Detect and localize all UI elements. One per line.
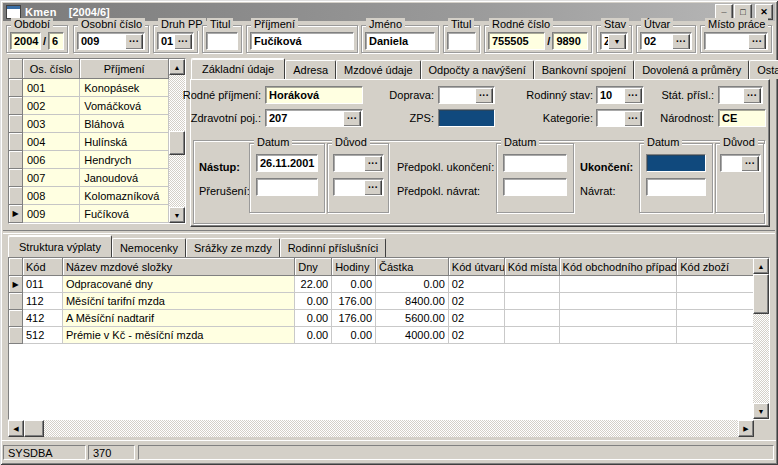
wage-castka[interactable]: 4000.00 xyxy=(376,327,449,344)
wage-kod-zbozi[interactable] xyxy=(677,327,753,344)
stat-prisl-field[interactable]: ··· xyxy=(718,86,763,104)
employee-id[interactable]: 003 xyxy=(23,115,80,133)
zps-field[interactable] xyxy=(438,109,495,127)
titul-2-field[interactable] xyxy=(447,32,476,50)
employee-surname[interactable]: Konopásek xyxy=(80,79,169,97)
preruseni-duvod-field[interactable]: ··· xyxy=(333,178,384,196)
nastup-duvod-field[interactable]: ··· xyxy=(333,154,384,172)
employee-row[interactable]: 001 Konopásek xyxy=(9,79,169,97)
wage-row[interactable]: 112 Měsíční tarifní mzda 0.00 176.00 840… xyxy=(9,293,753,310)
stav-dropdown[interactable]: Z ▼ xyxy=(600,32,628,50)
osobni-cislo-lookup-button[interactable]: ··· xyxy=(125,34,143,50)
doprava-lookup-button[interactable]: ··· xyxy=(475,88,493,104)
ukonceni-duvod-field[interactable]: ··· xyxy=(720,154,761,172)
employee-id[interactable]: 008 xyxy=(23,187,80,205)
wage-kod-utvaru[interactable]: 02 xyxy=(449,310,505,327)
tab-mzdove-udaje[interactable]: Mzdové údaje xyxy=(336,60,421,79)
ukonceni-datum-field[interactable] xyxy=(646,154,706,172)
employee-row[interactable]: 008 Kolomazníková xyxy=(9,187,169,205)
chevron-down-icon[interactable]: ▼ xyxy=(608,34,626,50)
scroll-left-icon[interactable]: ◀ xyxy=(8,420,24,437)
wage-kod-obchodniho-pripadu[interactable] xyxy=(560,327,678,344)
employee-surname[interactable]: Fučíková xyxy=(80,205,169,223)
rodne-cislo-part1-field[interactable]: 755505 xyxy=(488,32,545,50)
misto-prace-field[interactable]: ··· xyxy=(704,32,768,50)
wage-kod[interactable]: 412 xyxy=(23,310,63,327)
preruseni-datum-field[interactable] xyxy=(256,178,318,196)
employee-id[interactable]: 007 xyxy=(23,169,80,187)
wage-row-current[interactable]: ▶ 011 Odpracované dny 22.00 0.00 0.00 02 xyxy=(9,276,753,293)
nastup-datum-field[interactable]: 26.11.2001 xyxy=(256,154,318,172)
wage-castka[interactable]: 5600.00 xyxy=(376,310,449,327)
employee-id[interactable]: 009 xyxy=(23,205,80,223)
wage-kod-utvaru[interactable]: 02 xyxy=(449,327,505,344)
employee-id[interactable]: 002 xyxy=(23,97,80,115)
tab-dovolena-a-prumery[interactable]: Dovolená a průměry xyxy=(634,60,749,79)
tab-rodinni-prislusnici[interactable]: Rodinní příslušníci xyxy=(280,238,387,257)
jmeno-field[interactable]: Daniela xyxy=(365,32,435,50)
tab-srazky-ze-mzdy[interactable]: Srážky ze mzdy xyxy=(186,238,280,257)
preruseni-duvod-lookup-button[interactable]: ··· xyxy=(364,180,382,196)
obdobi-year-field[interactable]: 2004 xyxy=(10,32,41,50)
wage-kod-mista[interactable] xyxy=(505,310,560,327)
scroll-up-icon[interactable]: ▲ xyxy=(753,258,769,274)
misto-prace-lookup-button[interactable]: ··· xyxy=(748,34,766,50)
employee-row[interactable]: 002 Vomáčková xyxy=(9,97,169,115)
navrat-datum-field[interactable] xyxy=(646,178,706,196)
doprava-field[interactable]: ··· xyxy=(438,86,495,104)
employee-row-current[interactable]: ▶ 009 Fučíková xyxy=(9,205,169,223)
wage-kod-obchodniho-pripadu[interactable] xyxy=(560,310,678,327)
predpokl-ukonceni-field[interactable] xyxy=(503,154,567,172)
wage-castka[interactable]: 8400.00 xyxy=(376,293,449,310)
scroll-down-icon[interactable]: ▼ xyxy=(169,207,185,223)
employee-id[interactable]: 004 xyxy=(23,133,80,151)
wage-kod[interactable]: 512 xyxy=(23,327,63,344)
wage-kod[interactable]: 112 xyxy=(23,293,63,310)
wage-kod-utvaru[interactable]: 02 xyxy=(449,293,505,310)
scroll-down-icon[interactable]: ▼ xyxy=(753,403,769,419)
employee-surname[interactable]: Kolomazníková xyxy=(80,187,169,205)
wage-kod-mista[interactable] xyxy=(505,293,560,310)
wage-kod-obchodniho-pripadu[interactable] xyxy=(560,293,678,310)
utvar-lookup-button[interactable]: ··· xyxy=(672,34,690,50)
wage-kod-zbozi[interactable] xyxy=(677,276,753,293)
scrollbar-thumb[interactable] xyxy=(753,274,769,314)
wage-grid-vertical-scrollbar[interactable]: ▲ ▼ xyxy=(753,258,769,419)
rodne-cislo-part2-field[interactable]: 9890 xyxy=(552,32,588,50)
employee-row[interactable]: 006 Hendrych xyxy=(9,151,169,169)
employee-surname[interactable]: Bláhová xyxy=(80,115,169,133)
employee-grid-scrollbar[interactable]: ▲ ▼ xyxy=(169,59,185,223)
tab-zakladni-udaje[interactable]: Základní údaje xyxy=(191,58,285,79)
employee-id[interactable]: 006 xyxy=(23,151,80,169)
wage-nazev[interactable]: Prémie v Kč - měsíční mzda xyxy=(63,327,295,344)
druh-pp-field[interactable]: 01 ··· xyxy=(157,32,194,50)
scroll-right-icon[interactable]: ▶ xyxy=(738,420,754,437)
wage-nazev[interactable]: A Měsíční nadtarif xyxy=(63,310,295,327)
titul-1-field[interactable] xyxy=(206,32,238,50)
wage-nazev[interactable]: Měsíční tarifní mzda xyxy=(63,293,295,310)
stat-prisl-lookup-button[interactable]: ··· xyxy=(743,88,761,104)
tab-adresa[interactable]: Adresa xyxy=(285,60,336,79)
wage-dny[interactable]: 0.00 xyxy=(295,310,332,327)
wage-hodiny[interactable]: 176.00 xyxy=(332,293,376,310)
narodnost-field[interactable]: CE xyxy=(718,109,766,127)
splitter[interactable] xyxy=(3,230,775,234)
employee-surname[interactable]: Hendrych xyxy=(80,151,169,169)
wage-hodiny[interactable]: 0.00 xyxy=(332,276,376,293)
wage-kod-zbozi[interactable] xyxy=(677,310,753,327)
ukonceni-duvod-lookup-button[interactable]: ··· xyxy=(741,156,759,172)
obdobi-month-field[interactable]: 6 xyxy=(48,32,64,50)
wage-castka[interactable]: 0.00 xyxy=(376,276,449,293)
wage-row[interactable]: 512 Prémie v Kč - měsíční mzda 0.00 0.00… xyxy=(9,327,753,344)
nastup-duvod-lookup-button[interactable]: ··· xyxy=(364,156,382,172)
wage-kod-utvaru[interactable]: 02 xyxy=(449,276,505,293)
wage-dny[interactable]: 0.00 xyxy=(295,293,332,310)
predpokl-navrat-field[interactable] xyxy=(503,178,567,196)
employee-row[interactable]: 003 Bláhová xyxy=(9,115,169,133)
rodne-prijmeni-field[interactable]: Horáková xyxy=(265,86,363,104)
wage-kod-obchodniho-pripadu[interactable] xyxy=(560,276,678,293)
wage-row[interactable]: 412 A Měsíční nadtarif 0.00 176.00 5600.… xyxy=(9,310,753,327)
employee-surname[interactable]: Hulínská xyxy=(80,133,169,151)
prijmeni-field[interactable]: Fučíková xyxy=(250,32,354,50)
wage-hodiny[interactable]: 176.00 xyxy=(332,310,376,327)
